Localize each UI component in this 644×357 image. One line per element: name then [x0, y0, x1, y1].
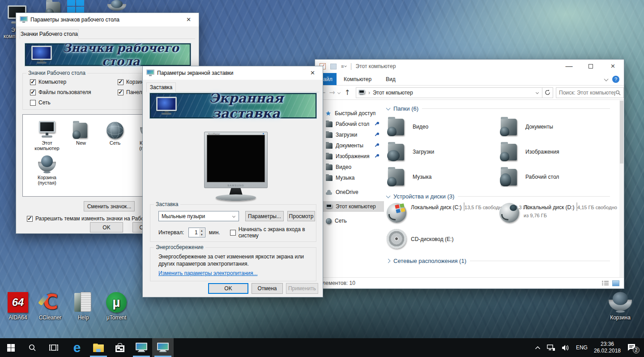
- partial-desktop-icon[interactable]: [107, 0, 126, 13]
- window-title: Параметры экранной заставки: [157, 70, 234, 76]
- icon-list-item-new[interactable]: New: [64, 119, 98, 151]
- drive-item-cd[interactable]: CD-дисковод (E:): [387, 229, 453, 249]
- sidebar-item-network[interactable]: Сеть: [315, 215, 384, 226]
- desktop-icon-ccleaner[interactable]: C CCleaner: [33, 291, 67, 321]
- vertical-scrollbar[interactable]: [619, 100, 624, 277]
- desktop-icon-help[interactable]: Help: [66, 291, 100, 321]
- taskbar-edge-button[interactable]: e: [66, 338, 88, 357]
- screensaver-select[interactable]: Мыльные пузыри: [158, 211, 239, 221]
- taskbar-clock[interactable]: 23:36 26.02.2018: [594, 341, 621, 354]
- sidebar-item-documents[interactable]: Документы: [315, 140, 384, 151]
- spin-down-icon[interactable]: ▼: [199, 232, 205, 237]
- hidden-icons-chevron[interactable]: [535, 346, 541, 349]
- collapse-icon: [386, 106, 391, 110]
- icon-list-item-recycle-empty[interactable]: Корзина (пустая): [30, 154, 64, 185]
- ribbon-expand-icon[interactable]: [604, 77, 609, 82]
- action-center-button[interactable]: 2: [627, 343, 638, 352]
- file-explorer-icon: [93, 344, 104, 352]
- sidebar-item-downloads[interactable]: Загрузки: [315, 129, 384, 140]
- icon-list-item-this-pc[interactable]: Этот компьютер: [30, 119, 64, 151]
- windows-logo-icon[interactable]: [67, 0, 85, 13]
- ok-button[interactable]: OK: [208, 283, 248, 294]
- tab-view[interactable]: Вид: [379, 73, 403, 85]
- spin-up-icon[interactable]: ▲: [199, 228, 205, 232]
- preview-button[interactable]: Просмотр: [287, 211, 315, 221]
- desktop-icon-utorrent[interactable]: µ µTorrent: [99, 291, 133, 321]
- language-indicator[interactable]: ENG: [576, 344, 588, 351]
- folder-item-music[interactable]: Музыка: [387, 165, 498, 189]
- network-icon[interactable]: [547, 344, 555, 351]
- address-bar[interactable]: › Этот компьютер: [356, 87, 542, 98]
- tab-screensaver[interactable]: Заставка: [146, 82, 176, 92]
- recent-locations-icon[interactable]: [337, 91, 341, 94]
- close-icon[interactable]: ×: [603, 60, 623, 73]
- search-input[interactable]: [556, 90, 615, 96]
- qat-customize-icon[interactable]: ≡: [341, 64, 346, 69]
- folder-item-desktop[interactable]: Рабочий стол: [499, 165, 610, 189]
- cd-drive-icon: [387, 229, 406, 249]
- folder-item-documents[interactable]: Документы: [499, 115, 610, 138]
- desktop-icon-aida64[interactable]: 64 AIDA64: [1, 291, 35, 321]
- checkbox-network[interactable]: Сеть: [30, 99, 118, 106]
- address-dropdown-icon[interactable]: [536, 91, 539, 94]
- sidebar-item-this-pc[interactable]: Этот компьютер: [315, 201, 384, 212]
- minimize-icon[interactable]: —: [559, 60, 579, 73]
- qat-newfolder-icon[interactable]: [330, 64, 337, 69]
- volume-icon[interactable]: [562, 344, 570, 351]
- checkbox-user-files[interactable]: Файлы пользователя: [30, 89, 118, 95]
- start-button[interactable]: [0, 338, 21, 357]
- checkbox-computer[interactable]: Компьютер: [30, 79, 118, 85]
- forward-icon[interactable]: →: [329, 88, 335, 97]
- folder-item-pictures[interactable]: Изображения: [499, 140, 610, 163]
- breadcrumb[interactable]: Этот компьютер: [373, 90, 413, 96]
- logon-checkbox[interactable]: Начинать с экрана входа в систему: [230, 226, 316, 239]
- section-network-locations[interactable]: Сетевые расположения (1): [387, 258, 610, 264]
- taskbar-search-button[interactable]: [21, 338, 43, 357]
- sidebar-item-music[interactable]: Музыка: [315, 172, 384, 183]
- sidebar-item-desktop[interactable]: Рабочий стол: [315, 119, 384, 129]
- ok-button[interactable]: OK: [90, 222, 123, 232]
- taskbar-screensaver-window-button[interactable]: [152, 338, 174, 357]
- up-icon[interactable]: ↑: [345, 88, 350, 97]
- icon-list-item-network[interactable]: Сеть: [98, 119, 132, 151]
- drive-item-d[interactable]: Локальный диск (D:) 4,15 ГБ свободно из …: [499, 203, 619, 223]
- folder-item-downloads[interactable]: Загрузки: [387, 140, 498, 163]
- sidebar-item-videos[interactable]: Видео: [315, 162, 384, 172]
- sidebar-item-onedrive[interactable]: OneDrive: [315, 187, 384, 198]
- taskbar-store-button[interactable]: [109, 338, 131, 357]
- explorer-titlebar[interactable]: ✓ ≡ | Этот компьютер — ×: [315, 60, 624, 73]
- close-icon[interactable]: ×: [179, 13, 199, 26]
- maximize-icon[interactable]: [580, 60, 601, 73]
- taskbar-explorer-button[interactable]: [88, 338, 109, 357]
- scrollbar-thumb[interactable]: [620, 101, 623, 163]
- folder-icon: [326, 175, 333, 181]
- desktop-wallpaper[interactable]: Этот компьютер 64 AIDA64 C CCleaner Help…: [0, 0, 644, 357]
- section-folders[interactable]: Папки (6): [387, 105, 610, 112]
- desktop-icon-recycle-bin[interactable]: Корзина: [603, 291, 637, 321]
- folder-item-videos[interactable]: Видео: [387, 115, 498, 138]
- params-button[interactable]: Параметры...: [245, 211, 284, 221]
- search-box[interactable]: [556, 87, 624, 98]
- icon-settings-titlebar[interactable]: Параметры значков рабочего стола: [16, 13, 199, 26]
- taskbar-display-settings-button[interactable]: [131, 338, 152, 357]
- tab-desktop-icons[interactable]: Значки Рабочего стола: [20, 29, 79, 39]
- close-icon[interactable]: ×: [303, 66, 323, 80]
- divider: |: [350, 62, 352, 70]
- section-drives[interactable]: Устройства и диски (3): [387, 193, 610, 200]
- refresh-button[interactable]: [542, 87, 553, 98]
- navigation-bar: ← → ↑ › Этот компьютер: [315, 86, 624, 100]
- sidebar-item-quick-access[interactable]: Быстрый доступ: [315, 108, 384, 119]
- thumbnail-view-icon[interactable]: [612, 280, 619, 286]
- help-icon[interactable]: ?: [612, 76, 619, 83]
- details-view-icon[interactable]: [602, 280, 609, 286]
- power-settings-link[interactable]: Изменить параметры электропитания...: [158, 270, 257, 276]
- task-view-button[interactable]: [43, 338, 64, 357]
- pin-icon: [375, 143, 380, 148]
- screensaver-titlebar[interactable]: Параметры экранной заставки: [143, 66, 323, 80]
- interval-spinner[interactable]: 1 ▲ ▼: [188, 228, 205, 237]
- apply-button[interactable]: Применить: [286, 283, 318, 294]
- change-icon-button[interactable]: Сменить значок...: [84, 201, 135, 211]
- tab-computer[interactable]: Компьютер: [337, 73, 379, 85]
- cancel-button[interactable]: Отмена: [252, 283, 283, 294]
- sidebar-item-pictures[interactable]: Изображения: [315, 151, 384, 162]
